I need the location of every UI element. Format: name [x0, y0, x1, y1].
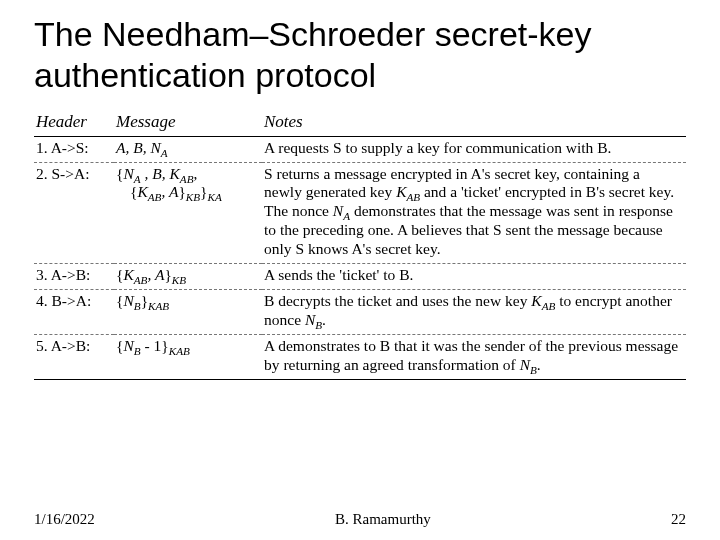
col-notes: Notes	[262, 110, 686, 137]
table-row: 1. A->S: A, B, NA A requests S to supply…	[34, 136, 686, 162]
cell-notes: B decrypts the ticket and uses the new k…	[262, 289, 686, 334]
cell-header: 2. S->A:	[34, 162, 114, 264]
footer-page-number: 22	[671, 511, 686, 528]
footer-author: B. Ramamurthy	[34, 511, 686, 528]
footer-date: 1/16/2022	[34, 511, 95, 528]
cell-notes: S returns a message encrypted in A's sec…	[262, 162, 686, 264]
table-header-row: Header Message Notes	[34, 110, 686, 137]
col-header: Header	[34, 110, 114, 137]
cell-message: {NB}KAB	[114, 289, 262, 334]
cell-notes: A sends the 'ticket' to B.	[262, 264, 686, 290]
cell-message: A, B, NA	[114, 136, 262, 162]
cell-message: {NA , B, KAB,{KAB, A}KB}KA	[114, 162, 262, 264]
protocol-table: Header Message Notes 1. A->S: A, B, NA A…	[34, 110, 686, 380]
cell-notes: A requests S to supply a key for communi…	[262, 136, 686, 162]
table-row: 4. B->A: {NB}KAB B decrypts the ticket a…	[34, 289, 686, 334]
slide: The Needham–Schroeder secret-key authent…	[0, 0, 720, 540]
cell-header: 4. B->A:	[34, 289, 114, 334]
footer: 1/16/2022 22 B. Ramamurthy	[34, 511, 686, 528]
table-row: 2. S->A: {NA , B, KAB,{KAB, A}KB}KA S re…	[34, 162, 686, 264]
slide-title: The Needham–Schroeder secret-key authent…	[34, 14, 686, 96]
cell-notes: A demonstrates to B that it was the send…	[262, 334, 686, 379]
cell-header: 5. A->B:	[34, 334, 114, 379]
table-row: 3. A->B: {KAB, A}KB A sends the 'ticket'…	[34, 264, 686, 290]
col-message: Message	[114, 110, 262, 137]
cell-header: 3. A->B:	[34, 264, 114, 290]
cell-header: 1. A->S:	[34, 136, 114, 162]
table-row: 5. A->B: {NB - 1}KAB A demonstrates to B…	[34, 334, 686, 379]
cell-message: {KAB, A}KB	[114, 264, 262, 290]
cell-message: {NB - 1}KAB	[114, 334, 262, 379]
